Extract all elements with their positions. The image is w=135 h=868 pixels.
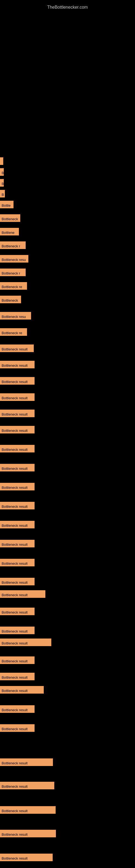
bottleneck-result-bar[interactable]: Bottleneck r <box>0 269 26 276</box>
bottleneck-result-bar[interactable]: Bottleneck <box>0 296 21 303</box>
bottleneck-result-bar[interactable]: Bottleneck result <box>0 806 56 814</box>
bottleneck-result-bar[interactable]: Bottleneck result <box>0 483 35 490</box>
bottleneck-result-bar[interactable]: Bottleneck result <box>0 686 44 693</box>
bottleneck-result-bar[interactable]: Bottleneck result <box>0 344 34 352</box>
site-title: TheBottlenecker.com <box>0 2 135 12</box>
bottleneck-result-bar[interactable]: Bottleneck result <box>0 830 56 837</box>
bottleneck-result-bar[interactable]: B <box>0 168 4 176</box>
bottleneck-result-bar[interactable]: Bottle <box>0 201 13 208</box>
bottleneck-result-bar[interactable]: Bottleneck <box>0 214 20 222</box>
bottleneck-result-bar[interactable]: Bottleneck result <box>0 854 53 861</box>
bottleneck-result-bar[interactable]: Bottleneck result <box>0 502 35 509</box>
bottleneck-result-bar[interactable]: Bottleneck result <box>0 627 35 634</box>
bottleneck-result-bar[interactable]: Bottleneck result <box>0 673 35 680</box>
bottleneck-result-bar[interactable]: Bottleneck re <box>0 282 27 290</box>
bottleneck-result-bar[interactable]: Bottleneck result <box>0 445 35 453</box>
bottleneck-result-bar[interactable]: Bottleneck result <box>0 608 35 615</box>
bottleneck-result-bar[interactable]: Bottleneck result <box>0 393 35 401</box>
bottleneck-result-bar[interactable] <box>0 157 3 165</box>
bottleneck-result-bar[interactable]: Bottleneck result <box>0 639 51 646</box>
bottleneck-result-bar[interactable]: Bottleneck r <box>0 241 26 249</box>
bottleneck-result-bar[interactable]: B <box>0 190 5 197</box>
bottleneck-result-bar[interactable]: Bottleneck result <box>0 656 35 664</box>
bottleneck-result-bar[interactable]: B <box>0 179 4 187</box>
bottleneck-result-bar[interactable]: Bottleneck result <box>0 540 35 547</box>
bottleneck-result-bar[interactable]: Bottleneck resu <box>0 312 31 319</box>
bottleneck-result-bar[interactable]: Bottleneck result <box>0 590 45 598</box>
bottleneck-result-bar[interactable]: Bottleneck result <box>0 464 35 471</box>
bottleneck-result-bar[interactable]: Bottleneck result <box>0 724 35 732</box>
bottleneck-result-bar[interactable]: Bottleneck result <box>0 578 35 585</box>
bottleneck-result-bar[interactable]: Bottleneck result <box>0 559 35 566</box>
bottleneck-result-bar[interactable]: Bottleneck result <box>0 782 54 789</box>
bottleneck-result-bar[interactable]: Bottleneck re <box>0 328 27 336</box>
bottleneck-result-bar[interactable]: Bottlene <box>0 228 19 236</box>
bottleneck-result-bar[interactable]: Bottleneck result <box>0 377 35 384</box>
bottleneck-result-bar[interactable]: Bottleneck result <box>0 410 35 417</box>
bottleneck-result-bar[interactable]: Bottleneck result <box>0 705 35 713</box>
bottleneck-result-bar[interactable]: Bottleneck result <box>0 758 53 766</box>
bottleneck-result-bar[interactable]: Bottleneck result <box>0 361 35 368</box>
bottleneck-result-bar[interactable]: Bottleneck result <box>0 521 35 528</box>
bottleneck-result-bar[interactable]: Bottleneck result <box>0 426 35 433</box>
bottleneck-result-bar[interactable]: Bottleneck resu <box>0 255 28 262</box>
